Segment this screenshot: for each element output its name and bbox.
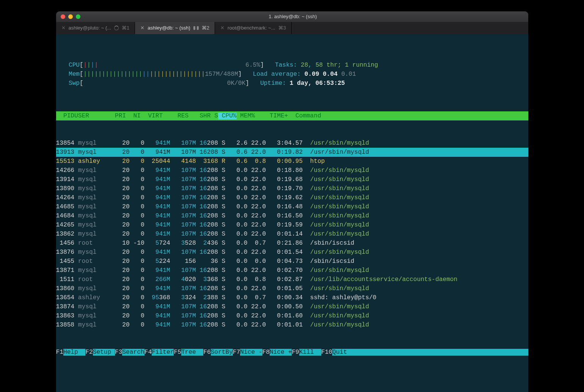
tab-0[interactable]: ✕ashley@pluto: ~ (...⌘1 — [56, 22, 135, 34]
spinner-icon — [114, 26, 119, 30]
fkey-F5[interactable]: F5Tree — [174, 349, 203, 356]
process-row[interactable]: 15513 ashley 20 0 25044 4148 3168 R 0.6 … — [56, 157, 528, 166]
col-virt[interactable]: VIRT — [141, 112, 163, 119]
close-tab-icon[interactable]: ✕ — [220, 23, 224, 33]
col-time+[interactable]: TIME+ — [255, 112, 288, 119]
fkey-F3[interactable]: F3Search — [115, 349, 144, 356]
load-1: 0.09 — [305, 71, 319, 78]
process-row[interactable]: 13890 mysql 20 0 941M 107M 16208 S 0.0 2… — [56, 184, 528, 193]
close-tab-icon[interactable]: ✕ — [140, 23, 144, 33]
function-key-bar[interactable]: F1Help F2Setup F3SearchF4FilterF5Tree F6… — [56, 348, 528, 357]
tab-2[interactable]: ✕root@benchmark: ~...⌘3 — [215, 22, 292, 34]
process-row[interactable]: 1456 root 10 -10 5724 3528 2436 S 0.0 0.… — [56, 239, 528, 248]
process-row[interactable]: 13863 mysql 20 0 941M 107M 16208 S 0.0 2… — [56, 311, 528, 320]
process-row[interactable]: 13860 mysql 20 0 941M 107M 16208 S 0.0 2… — [56, 284, 528, 293]
tab-shortcut: ⌘3 — [278, 23, 286, 33]
split-icon[interactable] — [193, 25, 199, 31]
col-s[interactable]: S — [211, 112, 218, 119]
fkey-F2[interactable]: F2Setup — [85, 349, 115, 356]
col-command[interactable]: Command — [288, 112, 321, 119]
close-tab-icon[interactable]: ✕ — [61, 23, 66, 33]
process-row[interactable]: 14265 mysql 20 0 941M 107M 16208 S 0.0 2… — [56, 220, 528, 230]
fkey-F4[interactable]: F4Filter — [144, 349, 174, 356]
col-pid[interactable]: PID — [56, 112, 75, 119]
titlebar: 1. ashley@db: ~ (ssh) — [56, 11, 528, 22]
tab-1[interactable]: ✕ashley@db: ~ (ssh)⌘2 — [135, 22, 215, 34]
process-row[interactable]: 13874 mysql 20 0 941M 107M 16208 S 0.0 2… — [56, 302, 528, 311]
close-icon[interactable] — [61, 14, 65, 19]
process-row[interactable]: 14264 mysql 20 0 941M 107M 16208 S 0.0 2… — [56, 193, 528, 202]
process-row[interactable]: 13914 mysql 20 0 941M 107M 16208 S 0.0 2… — [56, 175, 528, 184]
process-row[interactable]: 13871 mysql 20 0 941M 107M 16208 S 0.0 2… — [56, 266, 528, 275]
col-res[interactable]: RES — [163, 112, 188, 119]
process-list[interactable]: 13854 mysql 20 0 941M 107M 16208 S 2.6 2… — [56, 139, 528, 330]
col-shr[interactable]: SHR — [188, 112, 210, 119]
tab-bar: ✕ashley@pluto: ~ (...⌘1✕ashley@db: ~ (ss… — [56, 22, 528, 34]
task-count: 28 — [301, 62, 308, 69]
tab-label: ashley@db: ~ (ssh) — [148, 23, 190, 33]
load-5: 0.04 — [323, 71, 338, 78]
tab-shortcut: ⌘1 — [122, 23, 129, 33]
fkey-F7[interactable]: F7Nice - — [233, 349, 262, 356]
uptime: 1 day, 06:53:25 — [290, 80, 345, 87]
running-count: 1 running — [345, 62, 378, 69]
process-row[interactable]: 13854 mysql 20 0 941M 107M 16208 S 2.6 2… — [56, 139, 528, 148]
col-cpu[interactable]: CPU% — [218, 112, 237, 119]
process-row[interactable]: 14685 mysql 20 0 941M 107M 16208 S 0.0 2… — [56, 202, 528, 211]
process-row[interactable]: 13913 mysql 20 0 941M 107M 16208 S 0.6 2… — [56, 148, 528, 157]
fkey-F6[interactable]: F6SortBy — [203, 349, 233, 356]
traffic-lights — [56, 14, 80, 19]
minimize-icon[interactable] — [68, 14, 73, 19]
process-row[interactable]: 14684 mysql 20 0 941M 107M 16208 S 0.0 2… — [56, 211, 528, 220]
process-row[interactable]: 1511 root 20 0 266M 4020 3368 S 0.0 0.8 … — [56, 275, 528, 284]
col-ni[interactable]: NI — [126, 112, 141, 119]
col-pri[interactable]: PRI — [111, 112, 126, 119]
zoom-icon[interactable] — [76, 14, 80, 19]
load-15: 0.01 — [341, 71, 356, 78]
process-header[interactable]: PIDUSER PRI NI VIRT RES SHR S CPU% MEM% … — [56, 111, 528, 120]
col-user[interactable]: USER — [74, 112, 111, 119]
terminal-window: 1. ashley@db: ~ (ssh) ✕ashley@pluto: ~ (… — [56, 11, 528, 392]
process-row[interactable]: 14266 mysql 20 0 941M 107M 16208 S 0.0 2… — [56, 166, 528, 175]
process-row[interactable]: 13858 mysql 20 0 941M 107M 16208 S 0.0 2… — [56, 320, 528, 330]
fkey-F10[interactable]: F10Quit — [321, 349, 347, 356]
thread-count: 58 thr; — [316, 62, 341, 69]
process-row[interactable]: 13862 mysql 20 0 941M 107M 16208 S 0.0 2… — [56, 230, 528, 239]
htop-meters: CPU[|||| 6.5%] Tasks: 28, 58 thr; 1 runn… — [56, 61, 528, 93]
tab-shortcut: ⌘2 — [202, 23, 209, 33]
fkey-F8[interactable]: F8Nice + — [262, 349, 292, 356]
tab-label: ashley@pluto: ~ (... — [69, 23, 111, 33]
process-row[interactable]: 13876 mysql 20 0 941M 107M 16208 S 0.0 2… — [56, 248, 528, 257]
window-title: 1. ashley@db: ~ (ssh) — [80, 12, 506, 21]
fkey-F1[interactable]: F1Help — [56, 349, 86, 356]
process-row[interactable]: 13654 ashley 20 0 95368 3324 2388 S 0.0 … — [56, 293, 528, 302]
terminal-content[interactable]: CPU[|||| 6.5%] Tasks: 28, 58 thr; 1 runn… — [56, 34, 528, 392]
col-mem%[interactable]: MEM% — [237, 112, 255, 119]
fkey-F9[interactable]: F9Kill — [292, 349, 321, 356]
process-row[interactable]: 1455 root 20 0 5224 156 36 S 0.0 0.0 0:0… — [56, 257, 528, 266]
tab-label: root@benchmark: ~... — [228, 23, 275, 33]
